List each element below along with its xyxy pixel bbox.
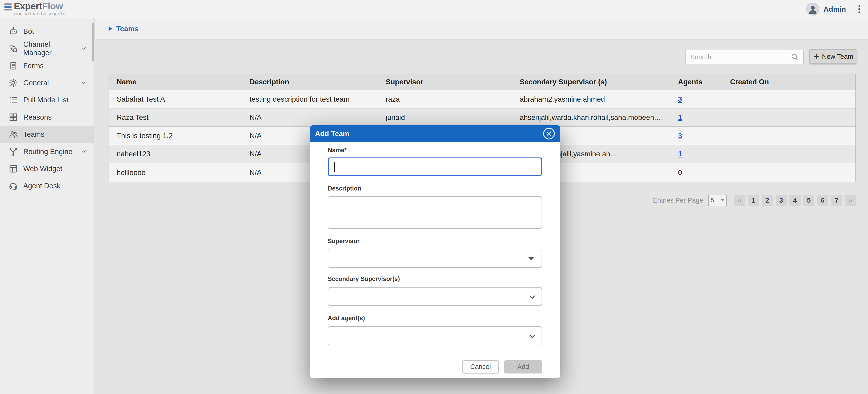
expertflow-logo: ExpertFlow your callcenter experts	[4, 2, 65, 16]
sidebar-item-label: Reasons	[23, 113, 52, 121]
agents-count-link[interactable]: 3	[678, 132, 682, 140]
chevron-down-icon	[528, 293, 536, 301]
cell-supervisor: junaid	[378, 113, 512, 122]
secondary-supervisors-select[interactable]	[328, 287, 542, 306]
search-box	[685, 50, 804, 64]
table-header-row: Name Description Supervisor Secondary Su…	[109, 74, 856, 90]
sidebar: Bot Channel Manager Forms General Pull M…	[0, 18, 94, 394]
sidebar-item-bot[interactable]: Bot	[0, 23, 94, 40]
people-icon	[9, 130, 18, 139]
secondary-supervisors-label: Secondary Supervisor(s)	[328, 276, 400, 283]
entries-per-page-select[interactable]: 5	[708, 195, 727, 206]
forms-icon	[9, 61, 18, 70]
breadcrumb-label: Teams	[116, 25, 138, 33]
supervisor-select[interactable]	[328, 249, 542, 268]
routing-icon	[9, 147, 18, 156]
sidebar-item-label: Web Widget	[23, 165, 62, 173]
pagination: Entries Per Page 5 « 1 2 3 4 5 6 7 »	[653, 195, 856, 206]
page-button-7[interactable]: 7	[831, 195, 842, 206]
cell-secondary-supervisors: ahsenjalil,warda.khan,rohail,sana,mobeen…	[512, 113, 671, 122]
chevron-down-icon	[721, 199, 724, 201]
user-name[interactable]: Admin	[824, 5, 846, 13]
prev-page-button[interactable]: «	[734, 195, 745, 206]
logo-icon	[4, 3, 11, 11]
page-button-3[interactable]: 3	[776, 195, 787, 206]
sidebar-item-label: Pull Mode List	[23, 96, 68, 104]
sidebar-item-reasons[interactable]: Reasons	[0, 109, 94, 126]
cell-secondary-supervisors: abraham2,yasmine.ahmed	[512, 95, 671, 104]
sidebar-item-label: Teams	[23, 130, 44, 139]
cancel-button[interactable]: Cancel	[462, 360, 499, 373]
chevron-down-icon	[80, 45, 87, 52]
cell-description: N/A	[242, 113, 378, 122]
search-input[interactable]	[686, 53, 791, 61]
close-button[interactable]	[543, 128, 555, 139]
sidebar-scrollbar[interactable]	[92, 23, 94, 61]
description-textarea[interactable]	[328, 196, 542, 229]
plus-icon	[813, 53, 820, 60]
close-icon	[546, 131, 552, 137]
add-agents-select[interactable]	[328, 326, 542, 345]
search-icon	[790, 53, 799, 61]
page-button-5[interactable]: 5	[803, 195, 814, 206]
supervisor-label: Supervisor	[328, 238, 360, 245]
headset-icon	[9, 181, 18, 190]
sidebar-item-agent-desk[interactable]: Agent Desk	[0, 177, 94, 194]
sidebar-item-general[interactable]: General	[0, 74, 94, 91]
gear-icon	[9, 78, 18, 87]
column-header-supervisor: Supervisor	[378, 78, 512, 86]
kebab-menu-icon[interactable]	[855, 2, 864, 16]
page-button-4[interactable]: 4	[789, 195, 801, 206]
chevron-down-icon	[528, 333, 536, 341]
table-row: Sabahat Test A testing description for t…	[109, 90, 856, 109]
sidebar-item-forms[interactable]: Forms	[0, 57, 94, 74]
description-label: Description	[328, 185, 361, 192]
column-header-secondary-supervisors: Secondary Supervisor (s)	[512, 78, 671, 86]
page-button-2[interactable]: 2	[762, 195, 773, 206]
bot-icon	[9, 27, 18, 36]
sidebar-item-web-widget[interactable]: Web Widget	[0, 160, 94, 177]
sidebar-item-channel-manager[interactable]: Channel Manager	[0, 40, 94, 57]
sidebar-item-label: Channel Manager	[23, 40, 75, 57]
cell-name: This is testing 1.2	[109, 132, 242, 140]
sidebar-item-label: Forms	[23, 61, 44, 70]
cell-name: Raza Test	[109, 113, 242, 122]
user-area: Admin	[806, 0, 864, 18]
next-page-button[interactable]: »	[845, 195, 856, 206]
text-cursor	[334, 162, 334, 172]
modal-title: Add Team	[315, 130, 349, 138]
table-row: Raza Test N/A junaid ahsenjalil,warda.kh…	[109, 109, 856, 127]
agents-count-link[interactable]: 3	[678, 95, 682, 103]
top-bar: ExpertFlow your callcenter experts Admin	[0, 0, 868, 18]
chevron-down-icon	[80, 148, 87, 155]
team-name-input[interactable]	[328, 158, 542, 176]
sidebar-item-routing-engine[interactable]: Routing Engine	[0, 143, 94, 160]
page-button-6[interactable]: 6	[817, 195, 828, 206]
breadcrumb[interactable]: Teams	[95, 18, 868, 39]
sidebar-item-label: Routing Engine	[23, 147, 72, 156]
column-header-created-on: Created On	[722, 78, 856, 86]
new-team-label: New Team	[822, 53, 853, 60]
user-avatar[interactable]	[806, 3, 819, 16]
brand-tagline: your callcenter experts	[14, 11, 65, 16]
agents-count-link[interactable]: 1	[678, 113, 682, 121]
add-button[interactable]: Add	[504, 360, 542, 373]
dropdown-caret-icon	[528, 257, 534, 260]
sidebar-item-label: Bot	[23, 27, 34, 35]
entries-per-page-value: 5	[711, 197, 714, 204]
cell-description: testing description for test team	[242, 95, 378, 104]
sidebar-item-teams[interactable]: Teams	[0, 126, 94, 143]
cell-name: hellloooo	[109, 168, 242, 177]
brand-name: ExpertFlow	[14, 2, 65, 11]
sidebar-item-pull-mode-list[interactable]: Pull Mode List	[0, 91, 94, 109]
name-label: Name*	[328, 147, 347, 154]
chevron-down-icon	[80, 80, 87, 86]
cell-supervisor: raza	[378, 95, 512, 104]
agents-count-link[interactable]: 1	[678, 150, 682, 158]
new-team-button[interactable]: New Team	[809, 49, 857, 63]
modal-header: Add Team	[310, 125, 560, 142]
cell-name: Sabahat Test A	[109, 95, 242, 104]
column-header-name: Name	[109, 78, 242, 86]
entries-per-page-label: Entries Per Page	[653, 197, 703, 204]
page-button-1[interactable]: 1	[748, 195, 759, 206]
